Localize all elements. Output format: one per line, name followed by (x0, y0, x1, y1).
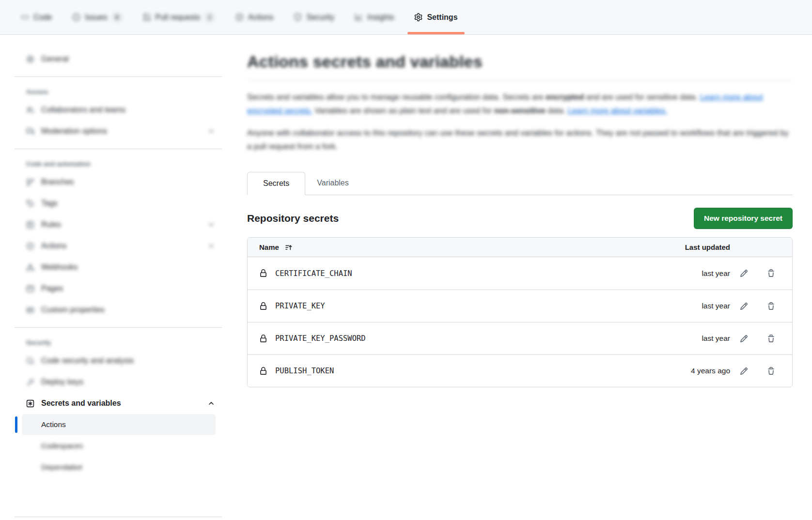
codescan-icon (26, 357, 34, 365)
chevron-down-icon (207, 242, 215, 250)
tab-security[interactable]: Security (286, 0, 342, 34)
gear-icon (26, 55, 34, 63)
sidebar-item-general[interactable]: General (15, 48, 222, 70)
secret-name: PRIVATE_KEY (275, 302, 325, 310)
delete-secret-button[interactable] (763, 298, 779, 314)
secret-name: PRIVATE_KEY_PASSWORD (275, 334, 366, 343)
delete-secret-button[interactable] (763, 266, 779, 281)
secret-last-updated: last year (667, 334, 730, 343)
sidebar-item-label: Dependabot (41, 463, 82, 472)
tab-label: Actions (248, 13, 273, 22)
tab-code[interactable]: Code (13, 0, 60, 34)
table-row: PUBLISH_TOKEN 4 years ago (248, 354, 792, 387)
sidebar-item-collaborators[interactable]: Collaborators and teams (15, 99, 222, 121)
new-repository-secret-button[interactable]: New repository secret (694, 208, 793, 229)
tab-secrets[interactable]: Secrets (247, 172, 305, 195)
intro-text: Variables are shown as plain text and ar… (312, 106, 494, 115)
sidebar-subitem-actions[interactable]: Actions (22, 414, 216, 435)
sidebar-item-custom-properties[interactable]: Custom properties (15, 299, 222, 321)
sidebar-item-tags[interactable]: Tags (15, 193, 222, 214)
intro-text: and are used for sensitive data. (584, 92, 700, 101)
issues-count-badge: 8 (112, 12, 123, 22)
secret-last-updated: last year (667, 302, 730, 310)
pull-requests-count-badge: 1 (204, 12, 215, 22)
divider (15, 517, 222, 517)
link-variables[interactable]: Learn more about variables. (568, 106, 667, 115)
tab-actions[interactable]: Actions (228, 0, 281, 34)
sidebar-item-secrets-and-variables[interactable]: Secrets and variables (15, 393, 222, 414)
secret-last-updated: last year (667, 269, 730, 278)
settings-content: Actions secrets and variables Secrets an… (247, 35, 793, 387)
last-updated-column-header: Last updated (667, 243, 730, 251)
edit-secret-button[interactable] (736, 331, 751, 346)
collaborator-note-paragraph: Anyone with collaborator access to this … (247, 126, 793, 153)
sort-ascending-icon (285, 244, 293, 251)
key-icon (26, 378, 34, 386)
sidebar-item-moderation-options[interactable]: Moderation options (15, 121, 222, 142)
delete-secret-button[interactable] (763, 363, 779, 379)
sidebar-item-label: Custom properties (41, 306, 105, 314)
sidebar-item-label: Actions (41, 242, 66, 250)
name-column-header[interactable]: Name (259, 243, 667, 251)
lock-icon (259, 302, 267, 310)
sidebar-item-label: Deploy keys (41, 378, 83, 386)
sidebar-item-label: Branches (41, 178, 74, 186)
sidebar-item-label: General (41, 55, 69, 63)
tab-pull-requests[interactable]: Pull requests 1 (135, 0, 223, 34)
sidebar-item-deploy-keys[interactable]: Deploy keys (15, 371, 222, 393)
delete-secret-button[interactable] (763, 331, 779, 346)
section-title: Repository secrets (247, 213, 339, 224)
sidebar-item-actions[interactable]: Actions (15, 235, 222, 257)
sidebar-item-label: Rules (41, 220, 61, 229)
sidebar-item-pages[interactable]: Pages (15, 278, 222, 299)
tab-issues[interactable]: Issues 8 (64, 0, 130, 34)
edit-secret-button[interactable] (736, 266, 751, 281)
sidebar-item-label: Pages (41, 284, 63, 293)
tab-settings[interactable]: Settings (406, 0, 465, 34)
secrets-table: Name Last updated CERTIFICATE_CHAIN last… (247, 237, 793, 387)
sidebar-item-branches[interactable]: Branches (15, 171, 222, 193)
code-icon (21, 13, 29, 21)
git-branch-icon (26, 178, 34, 186)
sidebar-item-label: Tags (41, 199, 58, 208)
play-circle-icon (26, 242, 34, 250)
sidebar-item-label: Codespaces (41, 442, 83, 450)
tab-variables[interactable]: Variables (305, 171, 360, 195)
table-row: CERTIFICATE_CHAIN last year (248, 257, 792, 290)
intro-text: Secrets and variables allow you to manag… (247, 92, 546, 101)
sidebar-item-label: Moderation options (41, 127, 107, 136)
edit-secret-button[interactable] (736, 298, 751, 314)
secret-name: CERTIFICATE_CHAIN (275, 269, 352, 278)
shield-icon (294, 13, 302, 21)
trash-icon (767, 269, 775, 277)
secret-name: PUBLISH_TOKEN (275, 367, 334, 375)
asterisk-box-icon (26, 399, 34, 408)
tab-label: Code (33, 13, 52, 22)
divider (15, 327, 222, 328)
rules-icon (26, 221, 34, 229)
name-column-label: Name (259, 243, 279, 251)
trash-icon (767, 335, 775, 343)
sidebar-item-code-security[interactable]: Code security and analysis (15, 350, 222, 371)
issue-opened-icon (72, 13, 80, 21)
page-title: Actions secrets and variables (247, 52, 793, 80)
intro-bold-encrypted: encrypted (546, 92, 584, 101)
sidebar-section-security: Security (15, 335, 222, 350)
sidebar-subitem-codespaces[interactable]: Codespaces (22, 435, 216, 457)
webhook-icon (26, 263, 34, 272)
pencil-icon (740, 367, 748, 375)
intro-text: data. (546, 106, 568, 115)
divider (15, 76, 222, 77)
table-body: CERTIFICATE_CHAIN last year PRIVATE_KEY … (248, 257, 792, 387)
tab-label: Insights (367, 13, 394, 22)
trash-icon (767, 302, 775, 310)
sidebar-item-rules[interactable]: Rules (15, 214, 222, 235)
tab-insights[interactable]: Insights (347, 0, 402, 34)
table-row: PRIVATE_KEY last year (248, 290, 792, 322)
sidebar-item-label: Webhooks (41, 263, 78, 272)
chevron-down-icon (207, 127, 215, 135)
comment-discussion-icon (26, 127, 34, 136)
sidebar-item-webhooks[interactable]: Webhooks (15, 257, 222, 278)
sidebar-subitem-dependabot[interactable]: Dependabot (22, 457, 216, 478)
edit-secret-button[interactable] (736, 363, 751, 379)
